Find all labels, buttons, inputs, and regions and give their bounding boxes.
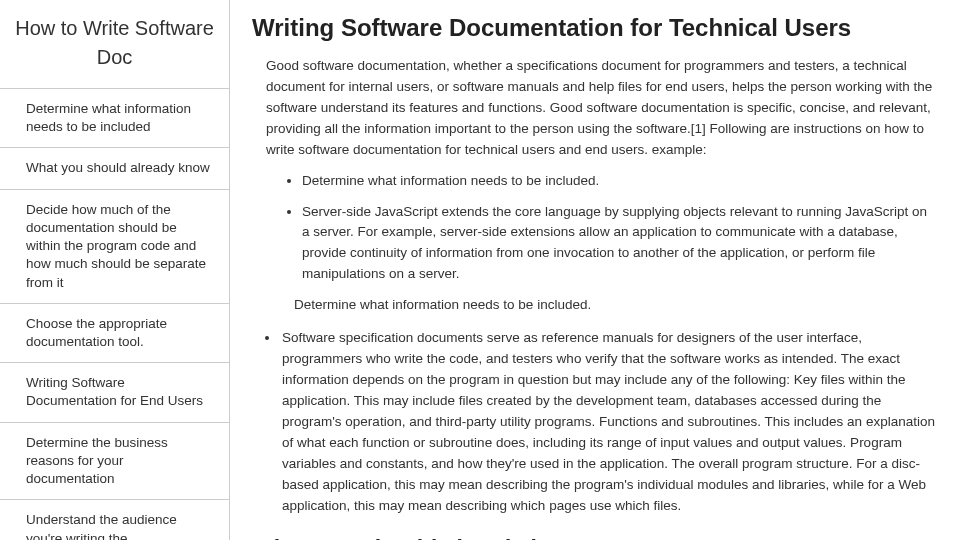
example-list-item: Determine what information needs to be i… (302, 171, 938, 192)
sidebar-item-business-reasons[interactable]: Determine the business reasons for your … (0, 423, 229, 501)
sidebar-item-end-users[interactable]: Writing Software Documentation for End U… (0, 363, 229, 422)
sidebar-item-already-know[interactable]: What you should already know (0, 148, 229, 189)
sidebar-item-understand-audience[interactable]: Understand the audience you're writing t… (0, 500, 229, 540)
sidebar-item-decide-how-much[interactable]: Decide how much of the documentation sho… (0, 190, 229, 304)
spec-list: Software specification documents serve a… (280, 328, 938, 516)
intro-paragraph: Good software documentation, whether a s… (266, 56, 938, 161)
spec-list-item: Software specification documents serve a… (280, 328, 938, 516)
example-list-item: Server-side JavaScript extends the core … (302, 202, 938, 286)
sidebar-item-choose-tool[interactable]: Choose the appropriate documentation too… (0, 304, 229, 363)
page-title: Writing Software Documentation for Techn… (252, 14, 938, 42)
section-heading-already-know: What you should already know (252, 536, 938, 540)
indent-note: Determine what information needs to be i… (294, 295, 938, 316)
sidebar-item-determine-info[interactable]: Determine what information needs to be i… (0, 89, 229, 148)
page-root: How to Write Software Doc Determine what… (0, 0, 960, 540)
example-list: Determine what information needs to be i… (302, 171, 938, 286)
sidebar-title: How to Write Software Doc (0, 0, 229, 88)
sidebar: How to Write Software Doc Determine what… (0, 0, 230, 540)
sidebar-nav-list: Determine what information needs to be i… (0, 88, 229, 540)
main-content: Writing Software Documentation for Techn… (230, 0, 960, 540)
